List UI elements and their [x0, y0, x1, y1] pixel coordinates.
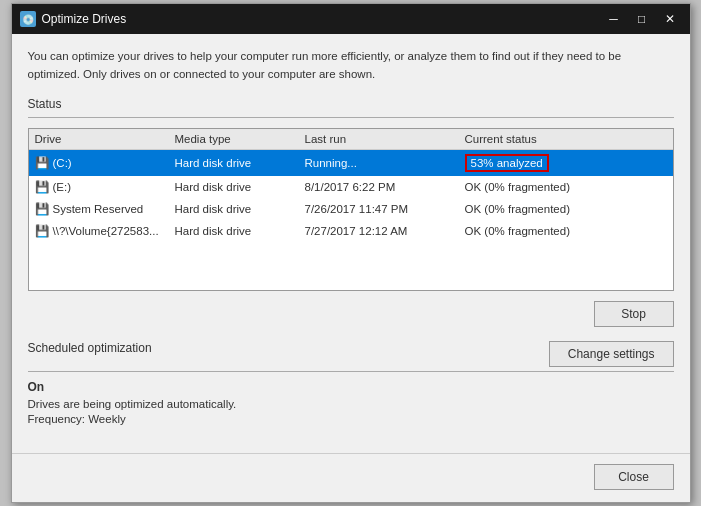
title-bar-left: 💿 Optimize Drives: [20, 11, 127, 27]
scheduled-description: Drives are being optimized automatically…: [28, 398, 674, 410]
drive-icon: 💾: [35, 180, 49, 194]
drive-name: (E:): [53, 181, 72, 193]
scheduled-header: Scheduled optimization Change settings: [28, 341, 674, 367]
last-run-cell: 7/27/2017 12:12 AM: [305, 225, 465, 237]
drive-icon: 💾: [35, 202, 49, 216]
title-controls: ─ □ ✕: [602, 10, 682, 28]
media-type-cell: Hard disk drive: [175, 181, 305, 193]
drive-name: (C:): [53, 157, 72, 169]
description-text: You can optimize your drives to help you…: [28, 48, 674, 83]
media-type-cell: Hard disk drive: [175, 203, 305, 215]
maximize-button[interactable]: □: [630, 10, 654, 28]
header-drive: Drive: [35, 133, 175, 145]
table-row[interactable]: 💾 System Reserved Hard disk drive 7/26/2…: [29, 198, 673, 220]
table-row[interactable]: 💾 (C:) Hard disk drive Running... 53% an…: [29, 150, 673, 176]
drive-cell: 💾 System Reserved: [35, 202, 175, 216]
window-content: You can optimize your drives to help you…: [12, 34, 690, 453]
table-row[interactable]: 💾 (E:) Hard disk drive 8/1/2017 6:22 PM …: [29, 176, 673, 198]
drive-icon: 💾: [35, 156, 49, 170]
drive-name: \\?\Volume{272583...: [53, 225, 159, 237]
scheduled-frequency: Frequency: Weekly: [28, 413, 674, 425]
table-body: 💾 (C:) Hard disk drive Running... 53% an…: [29, 150, 673, 290]
drive-cell: 💾 (C:): [35, 156, 175, 170]
header-last-run: Last run: [305, 133, 465, 145]
close-window-button[interactable]: ✕: [658, 10, 682, 28]
status-section-label: Status: [28, 97, 674, 111]
table-row[interactable]: 💾 \\?\Volume{272583... Hard disk drive 7…: [29, 220, 673, 242]
close-button[interactable]: Close: [594, 464, 674, 490]
scheduled-label: Scheduled optimization: [28, 341, 152, 355]
drives-table: Drive Media type Last run Current status…: [28, 128, 674, 291]
stop-button[interactable]: Stop: [594, 301, 674, 327]
last-run-cell: 7/26/2017 11:47 PM: [305, 203, 465, 215]
status-cell: OK (0% fragmented): [465, 225, 667, 237]
title-bar: 💿 Optimize Drives ─ □ ✕: [12, 4, 690, 34]
optimize-drives-window: 💿 Optimize Drives ─ □ ✕ You can optimize…: [11, 3, 691, 503]
window-footer: Close: [12, 453, 690, 502]
last-run-cell: Running...: [305, 157, 465, 169]
scheduled-section: Scheduled optimization Change settings O…: [28, 341, 674, 425]
last-run-cell: 8/1/2017 6:22 PM: [305, 181, 465, 193]
change-settings-button[interactable]: Change settings: [549, 341, 674, 367]
minimize-button[interactable]: ─: [602, 10, 626, 28]
status-cell: OK (0% fragmented): [465, 203, 667, 215]
scheduled-status: On: [28, 380, 674, 394]
status-divider: [28, 117, 674, 118]
scheduled-divider: [28, 371, 674, 372]
status-highlighted-text: 53% analyzed: [465, 154, 549, 172]
window-icon: 💿: [20, 11, 36, 27]
drive-icon: 💾: [35, 224, 49, 238]
window-title: Optimize Drives: [42, 12, 127, 26]
status-cell: 53% analyzed: [465, 154, 667, 172]
table-header: Drive Media type Last run Current status: [29, 129, 673, 150]
header-media-type: Media type: [175, 133, 305, 145]
media-type-cell: Hard disk drive: [175, 157, 305, 169]
drive-name: System Reserved: [53, 203, 144, 215]
stop-button-row: Stop: [28, 301, 674, 327]
header-current-status: Current status: [465, 133, 667, 145]
status-cell: OK (0% fragmented): [465, 181, 667, 193]
drive-cell: 💾 (E:): [35, 180, 175, 194]
drive-cell: 💾 \\?\Volume{272583...: [35, 224, 175, 238]
media-type-cell: Hard disk drive: [175, 225, 305, 237]
